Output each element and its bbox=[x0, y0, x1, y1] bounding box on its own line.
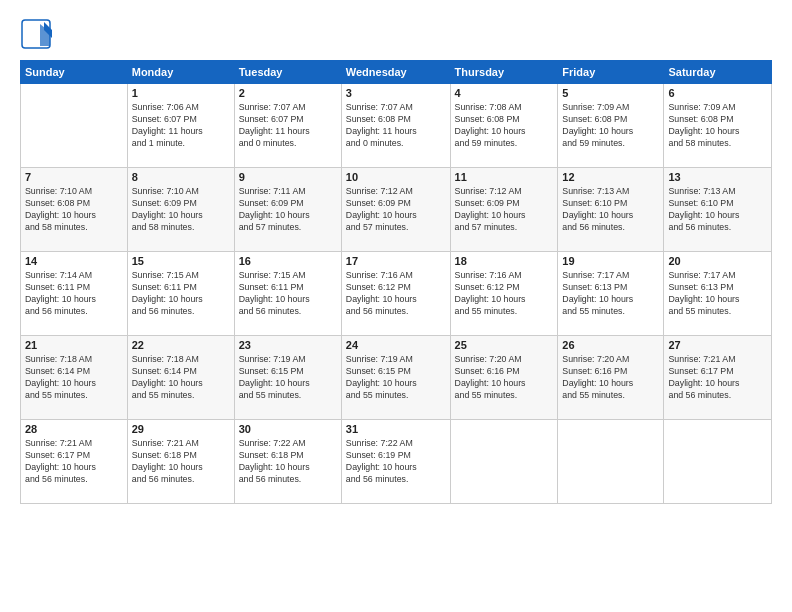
day-number: 16 bbox=[239, 255, 337, 267]
header bbox=[20, 18, 772, 50]
calendar-cell: 9Sunrise: 7:11 AM Sunset: 6:09 PM Daylig… bbox=[234, 168, 341, 252]
day-number: 26 bbox=[562, 339, 659, 351]
cell-content: Sunrise: 7:20 AM Sunset: 6:16 PM Dayligh… bbox=[455, 353, 554, 402]
cell-content: Sunrise: 7:21 AM Sunset: 6:18 PM Dayligh… bbox=[132, 437, 230, 486]
cell-content: Sunrise: 7:16 AM Sunset: 6:12 PM Dayligh… bbox=[455, 269, 554, 318]
calendar-cell bbox=[558, 420, 664, 504]
day-number: 12 bbox=[562, 171, 659, 183]
day-number: 14 bbox=[25, 255, 123, 267]
day-number: 4 bbox=[455, 87, 554, 99]
weekday-tuesday: Tuesday bbox=[234, 61, 341, 84]
calendar-cell: 3Sunrise: 7:07 AM Sunset: 6:08 PM Daylig… bbox=[341, 84, 450, 168]
weekday-thursday: Thursday bbox=[450, 61, 558, 84]
weekday-header-row: SundayMondayTuesdayWednesdayThursdayFrid… bbox=[21, 61, 772, 84]
day-number: 21 bbox=[25, 339, 123, 351]
day-number: 17 bbox=[346, 255, 446, 267]
calendar-cell: 17Sunrise: 7:16 AM Sunset: 6:12 PM Dayli… bbox=[341, 252, 450, 336]
day-number: 10 bbox=[346, 171, 446, 183]
calendar-header: SundayMondayTuesdayWednesdayThursdayFrid… bbox=[21, 61, 772, 84]
cell-content: Sunrise: 7:19 AM Sunset: 6:15 PM Dayligh… bbox=[346, 353, 446, 402]
day-number: 11 bbox=[455, 171, 554, 183]
cell-content: Sunrise: 7:07 AM Sunset: 6:08 PM Dayligh… bbox=[346, 101, 446, 150]
cell-content: Sunrise: 7:18 AM Sunset: 6:14 PM Dayligh… bbox=[132, 353, 230, 402]
weekday-sunday: Sunday bbox=[21, 61, 128, 84]
week-row-3: 14Sunrise: 7:14 AM Sunset: 6:11 PM Dayli… bbox=[21, 252, 772, 336]
week-row-4: 21Sunrise: 7:18 AM Sunset: 6:14 PM Dayli… bbox=[21, 336, 772, 420]
calendar-cell: 5Sunrise: 7:09 AM Sunset: 6:08 PM Daylig… bbox=[558, 84, 664, 168]
cell-content: Sunrise: 7:08 AM Sunset: 6:08 PM Dayligh… bbox=[455, 101, 554, 150]
cell-content: Sunrise: 7:13 AM Sunset: 6:10 PM Dayligh… bbox=[562, 185, 659, 234]
cell-content: Sunrise: 7:14 AM Sunset: 6:11 PM Dayligh… bbox=[25, 269, 123, 318]
calendar-cell: 14Sunrise: 7:14 AM Sunset: 6:11 PM Dayli… bbox=[21, 252, 128, 336]
calendar-cell: 6Sunrise: 7:09 AM Sunset: 6:08 PM Daylig… bbox=[664, 84, 772, 168]
weekday-saturday: Saturday bbox=[664, 61, 772, 84]
cell-content: Sunrise: 7:10 AM Sunset: 6:08 PM Dayligh… bbox=[25, 185, 123, 234]
cell-content: Sunrise: 7:07 AM Sunset: 6:07 PM Dayligh… bbox=[239, 101, 337, 150]
calendar-cell: 15Sunrise: 7:15 AM Sunset: 6:11 PM Dayli… bbox=[127, 252, 234, 336]
cell-content: Sunrise: 7:13 AM Sunset: 6:10 PM Dayligh… bbox=[668, 185, 767, 234]
calendar-cell: 25Sunrise: 7:20 AM Sunset: 6:16 PM Dayli… bbox=[450, 336, 558, 420]
day-number: 30 bbox=[239, 423, 337, 435]
calendar-cell: 28Sunrise: 7:21 AM Sunset: 6:17 PM Dayli… bbox=[21, 420, 128, 504]
cell-content: Sunrise: 7:15 AM Sunset: 6:11 PM Dayligh… bbox=[239, 269, 337, 318]
day-number: 1 bbox=[132, 87, 230, 99]
cell-content: Sunrise: 7:18 AM Sunset: 6:14 PM Dayligh… bbox=[25, 353, 123, 402]
page: SundayMondayTuesdayWednesdayThursdayFrid… bbox=[0, 0, 792, 612]
calendar-cell: 7Sunrise: 7:10 AM Sunset: 6:08 PM Daylig… bbox=[21, 168, 128, 252]
day-number: 8 bbox=[132, 171, 230, 183]
calendar-cell: 26Sunrise: 7:20 AM Sunset: 6:16 PM Dayli… bbox=[558, 336, 664, 420]
weekday-monday: Monday bbox=[127, 61, 234, 84]
calendar-cell: 29Sunrise: 7:21 AM Sunset: 6:18 PM Dayli… bbox=[127, 420, 234, 504]
calendar-cell: 18Sunrise: 7:16 AM Sunset: 6:12 PM Dayli… bbox=[450, 252, 558, 336]
day-number: 24 bbox=[346, 339, 446, 351]
day-number: 6 bbox=[668, 87, 767, 99]
day-number: 19 bbox=[562, 255, 659, 267]
week-row-1: 1Sunrise: 7:06 AM Sunset: 6:07 PM Daylig… bbox=[21, 84, 772, 168]
calendar-cell: 10Sunrise: 7:12 AM Sunset: 6:09 PM Dayli… bbox=[341, 168, 450, 252]
calendar-cell: 31Sunrise: 7:22 AM Sunset: 6:19 PM Dayli… bbox=[341, 420, 450, 504]
cell-content: Sunrise: 7:17 AM Sunset: 6:13 PM Dayligh… bbox=[562, 269, 659, 318]
cell-content: Sunrise: 7:17 AM Sunset: 6:13 PM Dayligh… bbox=[668, 269, 767, 318]
calendar-cell: 2Sunrise: 7:07 AM Sunset: 6:07 PM Daylig… bbox=[234, 84, 341, 168]
calendar-cell: 27Sunrise: 7:21 AM Sunset: 6:17 PM Dayli… bbox=[664, 336, 772, 420]
day-number: 9 bbox=[239, 171, 337, 183]
week-row-5: 28Sunrise: 7:21 AM Sunset: 6:17 PM Dayli… bbox=[21, 420, 772, 504]
day-number: 20 bbox=[668, 255, 767, 267]
day-number: 31 bbox=[346, 423, 446, 435]
cell-content: Sunrise: 7:09 AM Sunset: 6:08 PM Dayligh… bbox=[668, 101, 767, 150]
calendar-cell: 1Sunrise: 7:06 AM Sunset: 6:07 PM Daylig… bbox=[127, 84, 234, 168]
calendar-cell: 11Sunrise: 7:12 AM Sunset: 6:09 PM Dayli… bbox=[450, 168, 558, 252]
cell-content: Sunrise: 7:16 AM Sunset: 6:12 PM Dayligh… bbox=[346, 269, 446, 318]
calendar-cell: 20Sunrise: 7:17 AM Sunset: 6:13 PM Dayli… bbox=[664, 252, 772, 336]
cell-content: Sunrise: 7:09 AM Sunset: 6:08 PM Dayligh… bbox=[562, 101, 659, 150]
calendar-cell: 13Sunrise: 7:13 AM Sunset: 6:10 PM Dayli… bbox=[664, 168, 772, 252]
day-number: 29 bbox=[132, 423, 230, 435]
calendar-table: SundayMondayTuesdayWednesdayThursdayFrid… bbox=[20, 60, 772, 504]
cell-content: Sunrise: 7:12 AM Sunset: 6:09 PM Dayligh… bbox=[346, 185, 446, 234]
cell-content: Sunrise: 7:10 AM Sunset: 6:09 PM Dayligh… bbox=[132, 185, 230, 234]
cell-content: Sunrise: 7:22 AM Sunset: 6:18 PM Dayligh… bbox=[239, 437, 337, 486]
calendar-cell: 19Sunrise: 7:17 AM Sunset: 6:13 PM Dayli… bbox=[558, 252, 664, 336]
day-number: 3 bbox=[346, 87, 446, 99]
day-number: 23 bbox=[239, 339, 337, 351]
cell-content: Sunrise: 7:21 AM Sunset: 6:17 PM Dayligh… bbox=[668, 353, 767, 402]
cell-content: Sunrise: 7:11 AM Sunset: 6:09 PM Dayligh… bbox=[239, 185, 337, 234]
weekday-friday: Friday bbox=[558, 61, 664, 84]
day-number: 5 bbox=[562, 87, 659, 99]
calendar-cell: 22Sunrise: 7:18 AM Sunset: 6:14 PM Dayli… bbox=[127, 336, 234, 420]
calendar-cell: 21Sunrise: 7:18 AM Sunset: 6:14 PM Dayli… bbox=[21, 336, 128, 420]
cell-content: Sunrise: 7:21 AM Sunset: 6:17 PM Dayligh… bbox=[25, 437, 123, 486]
logo bbox=[20, 18, 56, 50]
calendar-cell bbox=[21, 84, 128, 168]
day-number: 25 bbox=[455, 339, 554, 351]
day-number: 15 bbox=[132, 255, 230, 267]
weekday-wednesday: Wednesday bbox=[341, 61, 450, 84]
logo-icon bbox=[20, 18, 52, 50]
day-number: 28 bbox=[25, 423, 123, 435]
calendar-cell: 23Sunrise: 7:19 AM Sunset: 6:15 PM Dayli… bbox=[234, 336, 341, 420]
cell-content: Sunrise: 7:19 AM Sunset: 6:15 PM Dayligh… bbox=[239, 353, 337, 402]
calendar-body: 1Sunrise: 7:06 AM Sunset: 6:07 PM Daylig… bbox=[21, 84, 772, 504]
calendar-cell bbox=[664, 420, 772, 504]
day-number: 27 bbox=[668, 339, 767, 351]
calendar-cell: 8Sunrise: 7:10 AM Sunset: 6:09 PM Daylig… bbox=[127, 168, 234, 252]
